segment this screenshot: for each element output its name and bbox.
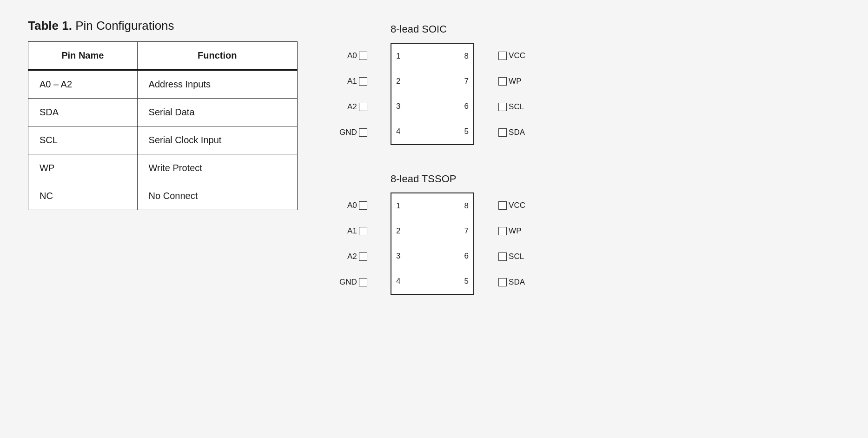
soic-pin-box-gnd — [359, 128, 367, 137]
table-cell-function: Write Protect — [137, 154, 297, 182]
tssop-title: 8-lead TSSOP — [391, 173, 456, 185]
soic-pin-wp: WP — [498, 77, 525, 86]
table-cell-function: No Connect — [137, 182, 297, 210]
table-title-normal: Pin Configurations — [75, 19, 174, 33]
soic-pin-scl: SCL — [498, 102, 525, 112]
soic-pin-box-scl — [498, 103, 507, 111]
col-pin-name: Pin Name — [28, 42, 138, 70]
table-row: WPWrite Protect — [28, 154, 298, 182]
table-cell-pin: SCL — [28, 126, 138, 154]
tssop-pin-wp: WP — [498, 226, 525, 236]
soic-pin-box-wp — [498, 77, 507, 86]
tssop-pin-box-gnd — [359, 278, 367, 286]
table-title: Table 1. Pin Configurations — [28, 19, 298, 33]
tssop-pin-box-wp — [498, 227, 507, 235]
table-cell-pin: SDA — [28, 99, 138, 126]
soic-pin-gnd: GND — [339, 128, 367, 137]
soic-pin-box-a0 — [359, 52, 367, 60]
soic-right-pins: VCC WP SCL SDA — [498, 43, 525, 145]
soic-pin-box-vcc — [498, 52, 507, 60]
tssop-pin-sda: SDA — [498, 278, 525, 287]
soic-pin-a2: A2 — [339, 102, 367, 112]
table-row: SDASerial Data — [28, 99, 298, 126]
pin-configurations-table: Pin Name Function A0 – A2Address InputsS… — [28, 41, 298, 210]
col-function: Function — [137, 42, 297, 70]
table-cell-pin: NC — [28, 182, 138, 210]
table-title-bold: Table 1. — [28, 19, 72, 33]
soic-ic-body: 1 2 3 4 8 7 6 5 — [391, 43, 474, 145]
table-cell-function: Address Inputs — [137, 70, 297, 99]
soic-title: 8-lead SOIC — [391, 23, 447, 35]
tssop-pin-box-a0 — [359, 201, 367, 210]
tssop-left-numbers: 1 2 3 4 — [396, 193, 400, 294]
soic-pin-a1: A1 — [339, 77, 367, 86]
table-row: A0 – A2Address Inputs — [28, 70, 298, 99]
tssop-pin-a1: A1 — [339, 226, 367, 236]
soic-pin-box-a1 — [359, 77, 367, 86]
tssop-pin-box-scl — [498, 252, 507, 261]
soic-pin-box-a2 — [359, 103, 367, 111]
soic-pin-vcc: VCC — [498, 51, 525, 60]
soic-left-pins: A0 A1 A2 GND — [339, 43, 367, 145]
soic-left-numbers: 1 2 3 4 — [396, 44, 400, 144]
soic-right-numbers: 8 7 6 5 — [464, 44, 469, 144]
tssop-left-pins: A0 A1 A2 GND — [339, 192, 367, 295]
soic-pin-sda: SDA — [498, 128, 525, 137]
soic-pin-box-sda — [498, 128, 507, 137]
right-section: 8-lead SOIC A0 A1 A2 GND — [335, 19, 840, 295]
table-row: SCLSerial Clock Input — [28, 126, 298, 154]
soic-wrapper: A0 A1 A2 GND 1 — [391, 43, 474, 145]
table-cell-function: Serial Clock Input — [137, 126, 297, 154]
tssop-diagram: 8-lead TSSOP A0 A1 A2 GND — [335, 173, 840, 295]
tssop-pin-a2: A2 — [339, 252, 367, 261]
tssop-right-pins: VCC WP SCL SDA — [498, 192, 525, 295]
table-cell-pin: A0 – A2 — [28, 70, 138, 99]
tssop-pin-gnd: GND — [339, 278, 367, 287]
left-section: Table 1. Pin Configurations Pin Name Fun… — [28, 19, 298, 210]
table-cell-function: Serial Data — [137, 99, 297, 126]
soic-diagram: 8-lead SOIC A0 A1 A2 GND — [335, 23, 840, 145]
table-row: NCNo Connect — [28, 182, 298, 210]
tssop-pin-a0: A0 — [339, 201, 367, 210]
soic-pin-a0: A0 — [339, 51, 367, 60]
tssop-right-numbers: 8 7 6 5 — [464, 193, 469, 294]
tssop-pin-box-a2 — [359, 252, 367, 261]
table-cell-pin: WP — [28, 154, 138, 182]
tssop-pin-box-sda — [498, 278, 507, 286]
tssop-pin-scl: SCL — [498, 252, 525, 261]
tssop-pin-vcc: VCC — [498, 201, 525, 210]
tssop-pin-box-a1 — [359, 227, 367, 235]
tssop-ic-body: 1 2 3 4 8 7 6 5 — [391, 192, 474, 295]
table-header-row: Pin Name Function — [28, 42, 298, 70]
tssop-wrapper: A0 A1 A2 GND 1 — [391, 192, 474, 295]
tssop-pin-box-vcc — [498, 201, 507, 210]
